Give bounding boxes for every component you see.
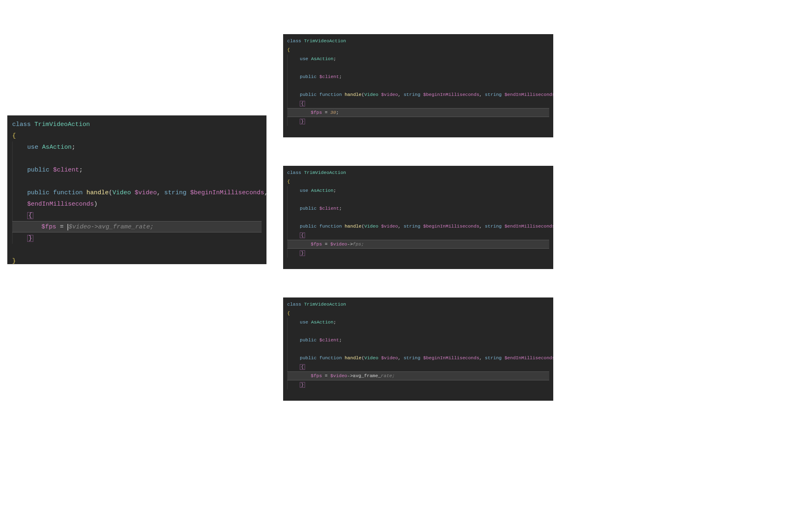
param-type: Video [364, 355, 379, 360]
code-editor-right-3: class TrimVideoAction { use AsAction; pu… [283, 297, 553, 401]
comma: , [157, 189, 160, 196]
keyword-public: public [300, 92, 316, 97]
code-line: public function handle(Video $video, str… [287, 90, 549, 99]
arrow: -> [347, 241, 353, 247]
blank-line [287, 258, 549, 267]
text-caret [67, 224, 68, 230]
code-line: { [12, 210, 262, 221]
brace-open: { [287, 310, 290, 316]
semicolon: ; [71, 143, 75, 151]
code-line: class TrimVideoAction [287, 168, 549, 177]
code-line: } [287, 135, 549, 137]
equals: = [56, 223, 67, 230]
semicolon: ; [339, 337, 342, 343]
blank-line [12, 176, 262, 187]
keyword-public: public [27, 189, 50, 196]
paren-open: ( [362, 92, 364, 97]
function-name: handle [344, 92, 361, 97]
blank-line [287, 345, 549, 354]
param-end: $endInMilliseconds [505, 355, 553, 360]
keyword-public: public [300, 74, 316, 79]
keyword-class: class [287, 38, 301, 43]
keyword-string: string [485, 92, 502, 97]
param-end: $endInMilliseconds [27, 200, 94, 208]
comma: , [398, 355, 401, 360]
keyword-string: string [403, 224, 420, 229]
keyword-public: public [300, 206, 316, 211]
class-name: TrimVideoAction [304, 170, 346, 175]
param-begin: $beginInMilliseconds [423, 355, 479, 360]
paren-close: ) [94, 200, 97, 208]
blank-line [287, 327, 549, 336]
code-line: use AsAction; [12, 141, 262, 153]
keyword-public: public [27, 166, 50, 174]
trait-name: AsAction [311, 56, 333, 61]
semicolon: ; [333, 56, 336, 61]
brace-open: { [12, 132, 16, 139]
number-literal: 30 [330, 110, 336, 115]
code-line: } [12, 232, 262, 244]
inline-suggestion[interactable]: $video->avg_frame_rate; [69, 223, 154, 230]
equals: = [322, 373, 331, 378]
param-video: $video [134, 189, 157, 196]
code-line: class TrimVideoAction [287, 37, 549, 46]
comma: , [479, 92, 482, 97]
var-client: $client [319, 74, 339, 79]
brace-close-inner: } [300, 382, 305, 388]
brace-open-inner: { [300, 101, 305, 106]
code-line: { [287, 46, 549, 54]
code-line-active[interactable]: $fps = $video->avg_frame_rate; [12, 221, 262, 232]
code-line: } [287, 398, 549, 401]
code-line: { [287, 363, 549, 371]
param-begin: $beginInMilliseconds [423, 224, 479, 229]
code-editor-right-1: class TrimVideoAction { use AsAction; pu… [283, 34, 553, 137]
brace-close: } [287, 268, 290, 269]
param-video: $video [381, 224, 398, 229]
keyword-use: use [300, 188, 308, 193]
keyword-use: use [300, 56, 308, 61]
keyword-class: class [287, 302, 301, 307]
comma: , [479, 355, 482, 360]
blank-line [287, 126, 549, 135]
code-line: public $client; [287, 336, 549, 345]
current-line-highlight: $fps = $video->fps; [287, 240, 549, 249]
semicolon: ; [79, 166, 83, 174]
blank-line [287, 195, 549, 204]
code-line-active[interactable]: $fps = $video->avg_frame_rate; [287, 371, 549, 380]
code-line: public $client; [287, 72, 549, 81]
equals: = [322, 110, 331, 115]
code-line: public function handle(Video $video, str… [287, 222, 549, 231]
comma: , [398, 92, 401, 97]
class-name: TrimVideoAction [304, 302, 346, 307]
param-begin: $beginInMilliseconds [190, 189, 264, 196]
var-fps: $fps [311, 110, 322, 115]
param-type: Video [364, 92, 379, 97]
blank-line [12, 153, 262, 164]
keyword-use: use [27, 143, 38, 151]
keyword-use: use [300, 319, 308, 325]
code-line: public function handle(Video $video, str… [287, 354, 549, 363]
var-client: $client [53, 166, 79, 174]
code-line: class TrimVideoAction [12, 119, 262, 130]
comma: , [479, 224, 482, 229]
code-line-active[interactable]: $fps = 30; [287, 108, 549, 117]
paren-open: ( [362, 355, 364, 360]
inline-suggestion[interactable]: rate; [381, 373, 395, 378]
code-line-active[interactable]: $fps = $video->fps; [287, 240, 549, 249]
keyword-string: string [485, 224, 502, 229]
code-line: { [287, 177, 549, 186]
brace-close-inner: } [300, 250, 305, 256]
param-end: $endInMilliseconds [505, 224, 553, 229]
semicolon: ; [339, 206, 342, 211]
semicolon: ; [333, 319, 336, 325]
brace-close: } [287, 137, 290, 137]
inline-suggestion[interactable]: fps; [353, 241, 364, 247]
keyword-function: function [319, 92, 342, 97]
arrow: -> [347, 373, 353, 378]
code-line: } [287, 267, 549, 269]
code-line: { [287, 309, 549, 318]
param-video: $video [381, 355, 398, 360]
trait-name: AsAction [311, 319, 333, 325]
current-line-highlight: $fps = $video->avg_frame_rate; [287, 371, 549, 380]
comma: , [398, 224, 401, 229]
